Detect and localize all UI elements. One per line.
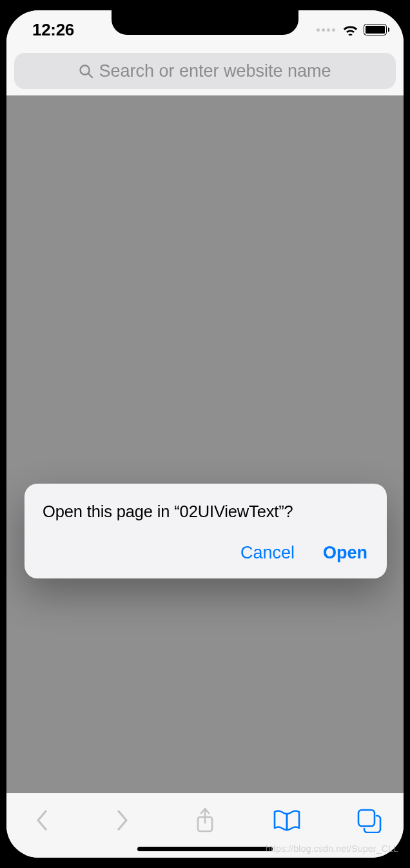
battery-icon	[364, 24, 387, 35]
watermark-text: https://blog.csdn.net/Super_CLL	[266, 843, 398, 854]
chevron-right-icon	[116, 809, 130, 832]
home-indicator[interactable]	[137, 847, 273, 851]
share-button[interactable]	[187, 802, 223, 838]
wifi-icon	[342, 24, 358, 36]
cellular-dots-icon	[317, 28, 335, 32]
svg-line-1	[88, 74, 92, 77]
status-time: 12:26	[32, 20, 74, 40]
open-in-app-alert: Open this page in “02UIViewText”? Cancel…	[24, 484, 387, 578]
open-button[interactable]: Open	[323, 543, 367, 563]
share-icon	[195, 807, 215, 834]
screen: 12:26	[6, 10, 404, 858]
svg-rect-4	[358, 810, 375, 826]
status-icons	[317, 24, 387, 36]
tabs-button[interactable]	[351, 802, 387, 838]
search-icon	[79, 64, 93, 79]
forward-button[interactable]	[105, 802, 141, 838]
cancel-button[interactable]: Cancel	[240, 543, 295, 563]
url-bar-area: Search or enter website name	[6, 46, 404, 95]
bookmarks-button[interactable]	[269, 802, 305, 838]
book-icon	[273, 809, 301, 832]
page-content-dimmed: Open this page in “02UIViewText”? Cancel…	[6, 95, 404, 793]
notch	[112, 10, 298, 35]
chevron-left-icon	[34, 809, 48, 832]
device-frame: 12:26	[0, 0, 410, 868]
alert-actions: Cancel Open	[43, 543, 369, 569]
url-search-bar[interactable]: Search or enter website name	[14, 53, 396, 89]
url-placeholder: Search or enter website name	[99, 61, 331, 81]
back-button[interactable]	[23, 802, 59, 838]
tabs-icon	[356, 807, 382, 833]
alert-message: Open this page in “02UIViewText”?	[43, 502, 369, 522]
